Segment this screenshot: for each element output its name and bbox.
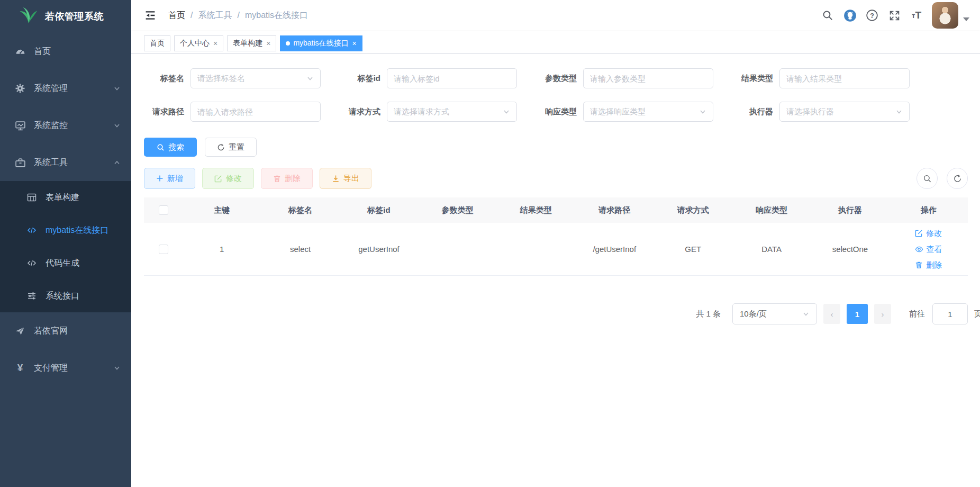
fullscreen-icon[interactable] (883, 10, 905, 22)
top-navbar: 首页 / 系统工具 / mybatis在线接口 ? тT (131, 0, 980, 31)
cell-request-path: /getUserInof (575, 245, 654, 254)
search-form-row-2: 请求路径 请求方式 请选择请求方式 响应类型 请选择响应类型 (144, 102, 968, 122)
edit-icon (915, 229, 923, 237)
navbar-actions: ? тT (816, 2, 969, 29)
chevron-up-icon (113, 159, 121, 166)
column-header: 请求路径 (575, 205, 654, 215)
search-icon[interactable] (816, 10, 839, 21)
tab-profile[interactable]: 个人中心 × (174, 35, 223, 51)
sidebar-item-system-manage[interactable]: 系统管理 (0, 70, 131, 107)
monitor-icon (14, 120, 26, 131)
cell-executor: selectOne (811, 245, 889, 254)
form-item-tag-id: 标签id (340, 68, 537, 88)
page-number-1[interactable]: 1 (847, 304, 868, 324)
executor-select[interactable]: 请选择执行器 (779, 102, 910, 122)
cell-tag-id: getUserInof (340, 245, 418, 254)
sidebar-item-label: 代码生成 (46, 258, 79, 269)
column-header: 标签名 (261, 205, 339, 215)
refresh-icon[interactable] (947, 168, 968, 189)
app-logo[interactable]: 若依管理系统 (0, 0, 131, 33)
cell-response-type: DATA (732, 245, 811, 254)
tag-id-input[interactable] (394, 74, 510, 83)
form-item-request-path: 请求路径 (144, 102, 340, 122)
export-button[interactable]: 导出 (320, 168, 371, 189)
user-menu[interactable] (932, 2, 969, 29)
edit-button[interactable]: 修改 (202, 168, 254, 189)
row-checkbox[interactable] (159, 245, 168, 254)
page-unit-label: 页 (974, 309, 980, 319)
cell-tag-name: select (261, 245, 339, 254)
request-method-select[interactable]: 请选择请求方式 (387, 102, 517, 122)
close-icon[interactable]: × (352, 39, 357, 48)
sidebar-item-label: 表单构建 (46, 192, 79, 203)
cell-request-method: GET (654, 245, 732, 254)
show-search-toggle-icon[interactable] (917, 168, 938, 189)
sidebar-item-label: 系统监控 (34, 120, 68, 131)
prev-page-button[interactable]: ‹ (823, 304, 840, 324)
avatar[interactable] (932, 2, 958, 29)
sidebar-menu: 首页 系统管理 系统监控 (0, 33, 131, 386)
column-header: 执行器 (811, 205, 889, 215)
row-edit-link[interactable]: 修改 (915, 226, 942, 241)
active-tab-dot (286, 41, 290, 46)
table-header-row: 主键 标签名 标签id 参数类型 结果类型 请求路径 请求方式 响应类型 执行器… (144, 197, 968, 223)
tab-form-builder[interactable]: 表单构建 × (227, 35, 276, 51)
param-type-input[interactable] (590, 74, 706, 83)
reset-button[interactable]: 重置 (205, 138, 257, 157)
svg-text:?: ? (870, 12, 874, 20)
search-button[interactable]: 搜索 (144, 138, 197, 157)
sidebar-item-label: 支付管理 (34, 363, 68, 374)
pagination: 共 1 条 10条/页 ‹ 1 › 前往 页 (144, 303, 968, 324)
trash-icon (915, 261, 923, 269)
sidebar-item-home[interactable]: 首页 (0, 33, 131, 70)
sidebar-item-system-monitor[interactable]: 系统监控 (0, 107, 131, 144)
tab-mybatis-online-api[interactable]: mybatis在线接口 × (280, 35, 362, 51)
row-delete-link[interactable]: 删除 (915, 257, 942, 273)
breadcrumb-current: mybatis在线接口 (245, 10, 308, 21)
chevron-down-icon (699, 108, 706, 115)
sidebar-item-system-api[interactable]: 系统接口 (0, 279, 131, 312)
next-page-button[interactable]: › (874, 304, 891, 324)
caret-down-icon (963, 17, 969, 21)
result-type-input[interactable] (786, 74, 903, 83)
sidebar-item-label: 系统管理 (34, 83, 68, 94)
form-item-result-type: 结果类型 (733, 68, 929, 88)
sidebar-fold-icon[interactable] (144, 9, 157, 22)
row-view-link[interactable]: 查看 (915, 241, 942, 257)
chevron-down-icon (113, 122, 121, 129)
sidebar-item-ruoyi-website[interactable]: 若依官网 (0, 312, 131, 349)
app-root: 若依管理系统 首页 系统管理 (0, 0, 980, 487)
tag-name-select[interactable]: 请选择标签名 (190, 68, 321, 88)
close-icon[interactable]: × (213, 39, 217, 48)
sidebar-item-label: 系统工具 (34, 157, 68, 168)
close-icon[interactable]: × (266, 39, 270, 48)
request-path-input[interactable] (197, 107, 314, 116)
main-area: 首页 / 系统工具 / mybatis在线接口 ? тT (131, 0, 980, 487)
form-item-executor: 执行器 请选择执行器 (733, 102, 929, 122)
add-button[interactable]: 新增 (144, 168, 195, 189)
sliders-icon (25, 291, 38, 301)
page-size-select[interactable]: 10条/页 (732, 303, 817, 324)
breadcrumb-system-tools: 系统工具 (198, 10, 232, 21)
response-type-select[interactable]: 请选择响应类型 (583, 102, 713, 122)
delete-button[interactable]: 删除 (261, 168, 313, 189)
breadcrumb-separator: / (237, 11, 239, 20)
table-toolbar: 新增 修改 删除 导出 (144, 168, 968, 189)
font-size-icon[interactable]: тT (905, 10, 928, 21)
github-icon[interactable] (839, 9, 861, 22)
tags-view-bar: 首页 个人中心 × 表单构建 × mybatis在线接口 × (131, 31, 980, 54)
breadcrumb-home[interactable]: 首页 (168, 10, 185, 21)
sidebar-item-form-builder[interactable]: 表单构建 (0, 181, 131, 214)
goto-page-input[interactable] (932, 303, 968, 324)
sidebar-item-system-tools[interactable]: 系统工具 (0, 144, 131, 181)
sidebar-item-mybatis-online-api[interactable]: mybatis在线接口 (0, 214, 131, 247)
sidebar-item-payment-manage[interactable]: ¥ 支付管理 (0, 349, 131, 386)
question-icon[interactable]: ? (861, 9, 883, 22)
sidebar-item-code-generation[interactable]: 代码生成 (0, 247, 131, 279)
tab-home[interactable]: 首页 (144, 35, 170, 51)
select-all-checkbox[interactable] (159, 205, 168, 215)
search-actions: 搜索 重置 (144, 138, 968, 157)
chevron-down-icon (503, 108, 510, 115)
system-tools-submenu: 表单构建 mybatis在线接口 代码生成 (0, 181, 131, 312)
column-header: 请求方式 (654, 205, 732, 215)
